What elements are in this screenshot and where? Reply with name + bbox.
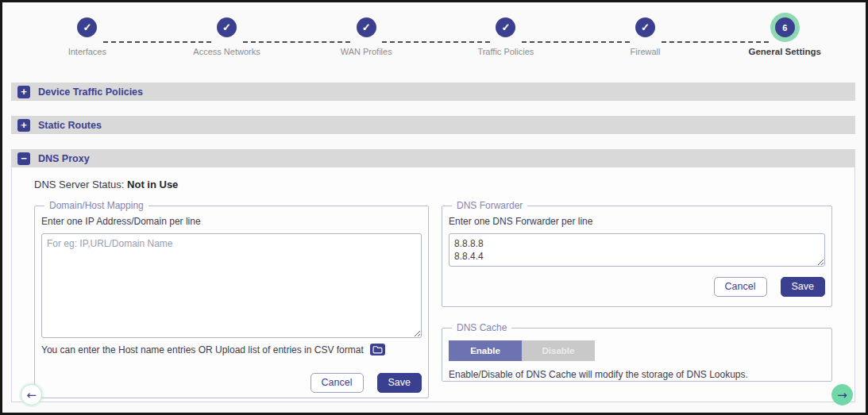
host-mapping-cancel-button[interactable]: Cancel xyxy=(311,373,364,393)
next-step-button[interactable]: → xyxy=(831,384,853,405)
domain-host-mapping-legend: Domain/Host Mapping xyxy=(44,200,149,211)
csv-upload-folder-icon[interactable] xyxy=(370,344,385,355)
wizard-page: ✓ Interfaces ✓ Access Networks ✓ WAN Pro… xyxy=(0,0,868,415)
step-label: General Settings xyxy=(749,47,821,56)
step-label: Traffic Policies xyxy=(477,47,534,56)
previous-step-button[interactable]: ← xyxy=(21,384,42,405)
step-interfaces[interactable]: ✓ Interfaces xyxy=(17,17,157,56)
step-check-icon: ✓ xyxy=(496,17,515,37)
expand-plus-icon[interactable]: + xyxy=(17,119,30,132)
step-label: Firewall xyxy=(631,47,661,56)
host-mapping-textarea[interactable] xyxy=(41,233,422,338)
dns-cache-enable-button[interactable]: Enable xyxy=(449,340,522,361)
accordion-title: Device Traffic Policies xyxy=(38,86,143,98)
folder-icon xyxy=(372,345,383,354)
dns-cache-note: Enable/Disable of DNS Cache will modify … xyxy=(449,369,825,380)
accordion-device-traffic-policies[interactable]: + Device Traffic Policies xyxy=(11,83,855,101)
dns-forwarder-instruction: Enter one DNS Forwarder per line xyxy=(449,216,825,227)
step-check-icon: ✓ xyxy=(357,17,376,37)
arrow-left-icon: ← xyxy=(26,388,37,402)
step-wan-profiles[interactable]: ✓ WAN Profiles xyxy=(296,17,436,56)
dns-cache-legend: DNS Cache xyxy=(452,322,511,333)
step-label: Interfaces xyxy=(68,47,106,56)
accordion-title: Static Routes xyxy=(38,120,102,131)
dns-cache-toggle: Enable Disable xyxy=(449,340,825,361)
accordion-static-routes[interactable]: + Static Routes xyxy=(11,116,855,134)
step-general-settings[interactable]: 6 General Settings xyxy=(715,17,854,56)
dns-server-status-value: Not in Use xyxy=(127,179,178,190)
domain-host-mapping-section: Domain/Host Mapping Enter one IP Address… xyxy=(34,200,429,398)
step-check-icon: ✓ xyxy=(217,17,237,37)
dns-forwarder-cancel-button[interactable]: Cancel xyxy=(714,277,767,297)
host-mapping-save-button[interactable]: Save xyxy=(377,373,422,393)
dns-server-status-label: DNS Server Status: xyxy=(34,179,124,190)
step-check-icon: ✓ xyxy=(77,17,97,37)
step-firewall[interactable]: ✓ Firewall xyxy=(576,17,716,56)
host-mapping-instruction: Enter one IP Address/Domain per line xyxy=(41,216,422,227)
step-label: WAN Profiles xyxy=(341,47,392,56)
step-traffic-policies[interactable]: ✓ Traffic Policies xyxy=(436,17,576,56)
accordion-dns-proxy[interactable]: − DNS Proxy xyxy=(11,149,855,167)
accordion-title: DNS Proxy xyxy=(38,153,90,164)
step-access-networks[interactable]: ✓ Access Networks xyxy=(157,17,297,56)
dns-forwarder-legend: DNS Forwarder xyxy=(452,200,527,211)
dns-forwarder-section: DNS Forwarder Enter one DNS Forwarder pe… xyxy=(442,200,832,307)
step-number-badge: 6 xyxy=(775,17,795,37)
expand-plus-icon[interactable]: + xyxy=(17,86,30,98)
step-check-icon: ✓ xyxy=(635,17,655,37)
step-label: Access Networks xyxy=(193,47,260,56)
dns-proxy-panel: DNS Server Status: Not in Use Domain/Hos… xyxy=(11,167,855,402)
wizard-stepper: ✓ Interfaces ✓ Access Networks ✓ WAN Pro… xyxy=(2,2,866,83)
dns-server-status: DNS Server Status: Not in Use xyxy=(34,179,832,190)
csv-upload-note: You can enter the Host name entries OR U… xyxy=(41,344,364,355)
dns-cache-disable-button[interactable]: Disable xyxy=(522,340,595,361)
arrow-right-icon: → xyxy=(837,388,847,402)
collapse-minus-icon[interactable]: − xyxy=(17,152,30,165)
dns-forwarder-textarea[interactable]: 8.8.8.8 8.8.4.4 xyxy=(449,233,825,267)
dns-cache-section: DNS Cache Enable Disable Enable/Disable … xyxy=(442,322,832,382)
dns-forwarder-save-button[interactable]: Save xyxy=(781,277,826,297)
